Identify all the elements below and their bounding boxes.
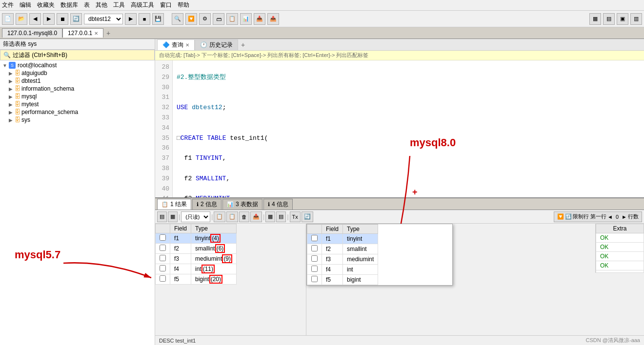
toolbar-btn-stop2[interactable]: ■ <box>139 13 150 25</box>
menu-item-table[interactable]: 表 <box>84 1 90 9</box>
filter-page-right[interactable]: ► <box>622 214 627 220</box>
row-check-80[interactable] <box>307 275 322 285</box>
table-row[interactable]: f1 tinyint(4) <box>156 233 237 244</box>
row-check-80[interactable] <box>307 265 322 275</box>
row-check[interactable] <box>156 264 170 274</box>
col-field-57[interactable]: Field <box>170 224 191 233</box>
col-type-80[interactable]: Type <box>343 225 378 234</box>
table-row[interactable]: f1 tinyint <box>307 234 378 244</box>
result-mode-select[interactable]: (只读) <box>181 211 210 222</box>
tree-item-info-schema[interactable]: ▶ 🗄 information_schema <box>1 85 154 93</box>
bottom-tab-results[interactable]: 📋 1 结果 <box>157 199 191 210</box>
result-paste-btn[interactable]: 📋 <box>226 211 238 222</box>
db-icon-info: 🗄 <box>15 85 20 92</box>
result-grid-btn2[interactable]: ▤ <box>276 211 286 222</box>
toolbar-btn-stop[interactable]: ⏹ <box>57 13 68 25</box>
toolbar-btn-schema[interactable]: 🗃 <box>213 13 224 25</box>
row-check[interactable] <box>156 233 170 244</box>
toolbar-btn-grid3[interactable]: ▣ <box>617 13 628 25</box>
tree-item-dbtest1[interactable]: ▶ 🗄 dbtest1 <box>1 77 154 85</box>
toolbar-btn-open[interactable]: 📂 <box>16 13 27 25</box>
toolbar-btn-execute[interactable]: ▶ <box>125 13 137 25</box>
result-table-mysql57-wrap[interactable]: Field Type f1 tinyint(4) <box>155 224 306 335</box>
row-field-80: f2 <box>322 244 343 254</box>
sidebar-filter[interactable]: 🔍 过滤器 (Ctrl+Shift+B) <box>0 50 155 60</box>
toolbar-btn-save[interactable]: 💾 <box>152 13 164 25</box>
table-row[interactable]: f5 bigint <box>307 275 378 285</box>
toolbar-btn-new[interactable]: 📄 <box>2 13 14 25</box>
db-selector[interactable]: dbtest12 <box>84 14 123 24</box>
result-copy-btn[interactable]: 📋 <box>214 211 225 222</box>
result-delete-btn[interactable]: 🗑 <box>239 211 249 222</box>
row-check-80[interactable] <box>307 244 322 254</box>
menu-item-db[interactable]: 数据库 <box>60 1 78 9</box>
tab-mysql57[interactable]: 127.0.0.1 ✕ <box>62 28 103 38</box>
toolbar-btn-forward[interactable]: ▶ <box>43 13 55 25</box>
col-field-80[interactable]: Field <box>322 225 343 234</box>
code-content[interactable]: #2.整型数据类型 USE dbtest12; □CREATE TABLE te… <box>173 60 644 197</box>
result-refresh-btn[interactable]: 🔄 <box>302 211 313 222</box>
toolbar-btn-grid1[interactable]: ▦ <box>589 13 601 25</box>
toolbar-btn-table[interactable]: 📋 <box>226 13 238 25</box>
tree-item-perf-schema[interactable]: ▶ 🗄 performance_schema <box>1 108 154 116</box>
toolbar-btn-chart[interactable]: 📊 <box>240 13 252 25</box>
toolbar-btn-back[interactable]: ◀ <box>29 13 41 25</box>
tree-item-atguigudb[interactable]: ▶ 🗄 atguigudb <box>1 69 154 77</box>
row-check-80[interactable] <box>307 254 322 265</box>
bottom-tab-info2[interactable]: ℹ 4 信息 <box>263 199 293 210</box>
menu-item-advanced[interactable]: 高级工具 <box>131 1 154 9</box>
result-view-btn[interactable]: ▦ <box>168 211 178 222</box>
tree-item-mytest[interactable]: ▶ 🗄 mytest <box>1 100 154 108</box>
table-row[interactable]: f2 smallint(6) <box>156 244 237 254</box>
result-content: Field Type f1 tinyint(4) <box>155 224 644 335</box>
col-type-57[interactable]: Type <box>191 224 237 233</box>
menu-item-edit[interactable]: 编辑 <box>20 1 31 9</box>
row-check[interactable] <box>156 254 170 264</box>
editor-tab-query[interactable]: 🔷 查询 ✕ <box>157 39 195 50</box>
toolbar-btn-settings[interactable]: ⚙ <box>199 13 211 25</box>
tab-add-button[interactable]: + <box>103 28 113 38</box>
menu-item-help[interactable]: 帮助 <box>178 1 189 9</box>
table-row[interactable]: f5 bigint(20) <box>156 274 237 285</box>
tab-mysql80[interactable]: 127.0.0.1-mysql8.0 <box>2 28 62 38</box>
filter-button[interactable]: 🔽 🔃 限制行 第一行 ◄ 0 ► 行数 <box>554 211 642 222</box>
row-check[interactable] <box>156 274 170 285</box>
toolbar-btn-import[interactable]: 📥 <box>254 13 265 25</box>
row-field: f4 <box>170 264 191 274</box>
result-grid-btn1[interactable]: ▦ <box>265 211 275 222</box>
result-tx-btn[interactable]: Tx <box>290 211 301 222</box>
toolbar-btn-search[interactable]: 🔍 <box>172 13 183 25</box>
tree-item-sys[interactable]: ▶ 🗄 sys <box>1 116 154 124</box>
menu-item-favorites[interactable]: 收藏夹 <box>37 1 55 9</box>
table-row[interactable]: f4 int(11) <box>156 264 237 274</box>
db-icon-sys: 🗄 <box>15 116 20 123</box>
table-row[interactable]: f2 smallint <box>307 244 378 254</box>
tree-item-root[interactable]: ▼ S root@localhost <box>1 61 154 69</box>
bottom-tab-tabledata[interactable]: 📊 3 表数据 <box>222 199 262 210</box>
toolbar-btn-grid4[interactable]: ▥ <box>630 13 642 25</box>
result-export-btn[interactable]: 📤 <box>250 211 262 222</box>
table-row[interactable]: f4 int <box>307 265 378 275</box>
menu-item-other[interactable]: 其他 <box>96 1 107 9</box>
expand-icon-mysql: ▶ <box>8 94 14 99</box>
editor-tab-history[interactable]: 🕐 历史记录 <box>195 39 238 50</box>
code-editor[interactable]: 28 29 30 31 32 33 34 35 36 37 38 39 40 4… <box>155 60 644 197</box>
toolbar-btn-filter[interactable]: 🔽 <box>185 13 197 25</box>
table-row[interactable]: f3 mediumint(9) <box>156 254 237 264</box>
bottom-tab-info[interactable]: ℹ 2 信息 <box>192 199 221 210</box>
editor-tab-add[interactable]: + <box>238 40 248 50</box>
result-nav-btn[interactable]: ▤ <box>157 211 167 222</box>
menu-item-file[interactable]: 文件 <box>2 1 14 9</box>
toolbar-btn-grid2[interactable]: ▤ <box>603 13 615 25</box>
toolbar-btn-refresh[interactable]: 🔄 <box>70 13 82 25</box>
row-check-80[interactable] <box>307 234 322 244</box>
tab-mysql57-close[interactable]: ✕ <box>94 31 98 36</box>
menu-item-window[interactable]: 窗口 <box>160 1 172 9</box>
table-row[interactable]: f3 mediumint <box>307 254 378 265</box>
row-check[interactable] <box>156 244 170 254</box>
toolbar-btn-export[interactable]: 📤 <box>267 13 279 25</box>
menu-item-tools[interactable]: 工具 <box>113 1 125 9</box>
filter-page-left[interactable]: ◄ <box>607 214 613 220</box>
query-tab-close[interactable]: ✕ <box>185 42 189 48</box>
tree-item-mysql[interactable]: ▶ 🗄 mysql <box>1 93 154 100</box>
